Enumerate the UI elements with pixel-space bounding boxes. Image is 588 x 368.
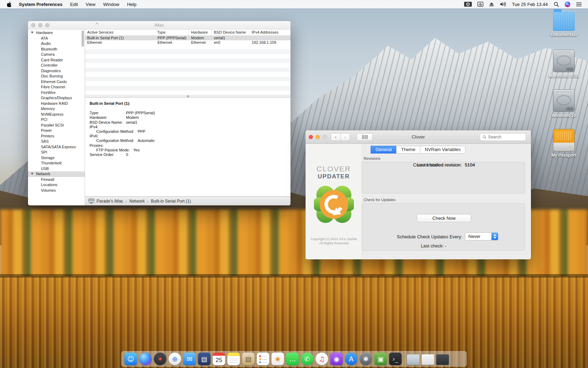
check-now-button[interactable]: Check Now: [417, 214, 471, 222]
tab[interactable]: General: [371, 146, 397, 154]
dock-icon[interactable]: [139, 353, 152, 365]
forward-button[interactable]: ›: [340, 133, 350, 141]
pane-splitter-handle[interactable]: [85, 95, 290, 98]
tab[interactable]: Theme: [396, 146, 420, 154]
dock-icon[interactable]: ▤: [198, 353, 211, 365]
empty-row[interactable]: [85, 72, 290, 77]
menu-clock[interactable]: Tue 25 Feb 13.44: [509, 2, 551, 7]
sidebar-item[interactable]: Parallel SCSI: [28, 123, 85, 128]
sidebar-item[interactable]: SAS: [28, 139, 85, 144]
sidebar-item[interactable]: Thunderbolt: [28, 161, 85, 166]
power-gadget-icon[interactable]: [475, 2, 486, 7]
sidebar-item[interactable]: Hardware: [28, 30, 85, 36]
column-header-ipv4-addresses[interactable]: IPv4 Addresses: [249, 29, 290, 35]
sidebar-item[interactable]: Controller: [28, 63, 85, 68]
column-header-hardware[interactable]: Hardware: [189, 29, 211, 35]
app-menu[interactable]: System Preferences: [15, 2, 66, 7]
disclosure-triangle-icon[interactable]: [31, 32, 34, 34]
breadcrumb-item[interactable]: Built-in Serial Port (1): [151, 199, 191, 204]
dock-icon[interactable]: ▤: [242, 353, 255, 365]
sidebar-item[interactable]: FireWire: [28, 90, 85, 96]
dock-icon[interactable]: A: [345, 353, 358, 365]
notification-center-icon[interactable]: [573, 2, 584, 7]
sidebar-item[interactable]: Bluetooth: [28, 47, 85, 52]
menu-item[interactable]: Window: [99, 2, 123, 7]
dock-icon[interactable]: [227, 353, 240, 365]
empty-row[interactable]: [85, 86, 290, 90]
tab[interactable]: NVRam Variables: [420, 146, 465, 154]
sidebar-item[interactable]: SPI: [28, 150, 85, 155]
siri-icon[interactable]: [562, 1, 573, 7]
dock-icon[interactable]: ❀: [272, 353, 284, 365]
sidebar-item[interactable]: Camera: [28, 52, 85, 57]
menu-item[interactable]: Help: [123, 2, 140, 7]
close-button[interactable]: [31, 23, 35, 27]
sidebar-item[interactable]: Disc Burning: [28, 74, 85, 79]
column-header-active-services[interactable]: Active Services: [85, 29, 155, 35]
sidebar-item[interactable]: Firewall: [28, 177, 85, 183]
show-all-button[interactable]: [357, 133, 373, 141]
dock-icon[interactable]: [407, 354, 420, 365]
minimize-button[interactable]: [316, 135, 320, 139]
dock-icon[interactable]: 25: [213, 353, 225, 365]
empty-row[interactable]: [85, 77, 290, 81]
sidebar-scrollbar[interactable]: [82, 30, 84, 47]
column-header-bsd-device-name[interactable]: BSD Device Name: [211, 29, 249, 35]
empty-row[interactable]: [85, 63, 290, 68]
sidebar-item[interactable]: Locations: [28, 182, 85, 188]
dock-icon[interactable]: [404, 352, 405, 366]
eject-icon[interactable]: [486, 2, 497, 7]
sidebar-item[interactable]: ATA: [28, 36, 85, 41]
empty-row[interactable]: [85, 68, 290, 72]
empty-row[interactable]: [85, 90, 290, 95]
empty-row[interactable]: [85, 81, 290, 86]
breadcrumb-item[interactable]: Network: [130, 199, 145, 204]
desktop-icon[interactable]: Windows 10: [541, 89, 587, 118]
system-info-titlebar[interactable]: iMac: [28, 21, 290, 29]
minimize-button[interactable]: [38, 23, 42, 27]
close-button[interactable]: [309, 135, 313, 139]
sidebar-item[interactable]: Volumes: [28, 188, 85, 193]
dock-icon[interactable]: ✱: [360, 353, 372, 365]
back-button[interactable]: ‹: [331, 133, 341, 141]
search-input[interactable]: [488, 135, 523, 139]
sidebar-item[interactable]: Hardware RAID: [28, 101, 85, 107]
table-row[interactable]: Built-in Serial Port (1) PPP (PPPSerial)…: [85, 36, 290, 40]
empty-row[interactable]: [85, 49, 290, 54]
menu-item[interactable]: View: [82, 2, 99, 7]
dock-icon[interactable]: ▣: [374, 353, 387, 365]
breadcrumb-item[interactable]: Parade’s iMac: [97, 199, 123, 204]
dock-icon[interactable]: ◉: [330, 353, 343, 365]
sidebar-item[interactable]: Storage: [28, 155, 85, 161]
table-row[interactable]: Ethernet Ethernet Ethernet en0 192.168.1…: [85, 40, 290, 45]
clover-titlebar[interactable]: ‹ › Clover: [306, 130, 531, 144]
sidebar-item[interactable]: Audio: [28, 41, 85, 47]
dock-icon[interactable]: ›_: [389, 353, 402, 365]
apple-menu-icon[interactable]: [0, 2, 15, 7]
search-field[interactable]: [480, 133, 526, 141]
sidebar-item[interactable]: Card Reader: [28, 57, 85, 63]
sidebar-item[interactable]: Fibre Channel: [28, 84, 85, 90]
desktop-icon[interactable]: Macintosh SSD: [541, 50, 587, 79]
dock-icon[interactable]: ☺: [125, 353, 137, 365]
disclosure-triangle-icon[interactable]: [31, 173, 34, 175]
empty-row[interactable]: [85, 59, 290, 63]
empty-row[interactable]: [85, 45, 290, 49]
dock-icon[interactable]: ♫: [316, 353, 328, 365]
sidebar-item[interactable]: NVMExpress: [28, 112, 85, 117]
dock-icon[interactable]: …: [286, 353, 299, 365]
zoom-button[interactable]: [323, 135, 327, 139]
nvidia-gpu-icon[interactable]: [461, 2, 475, 7]
search-icon[interactable]: [551, 2, 562, 7]
desktop-icon[interactable]: Dokumentasi: [541, 8, 587, 37]
sidebar-item[interactable]: Graphics/Displays: [28, 95, 85, 101]
schedule-dropdown[interactable]: Never: [465, 232, 498, 240]
dock-icon[interactable]: [451, 353, 464, 365]
sidebar-item[interactable]: USB: [28, 166, 85, 172]
sidebar-item[interactable]: PCI: [28, 117, 85, 123]
dock-icon[interactable]: [257, 353, 270, 365]
sidebar-item[interactable]: Diagnostics: [28, 68, 85, 74]
dock-icon[interactable]: ⊕: [169, 353, 181, 365]
sidebar-item[interactable]: Network: [28, 171, 85, 177]
volume-icon[interactable]: [497, 2, 509, 7]
